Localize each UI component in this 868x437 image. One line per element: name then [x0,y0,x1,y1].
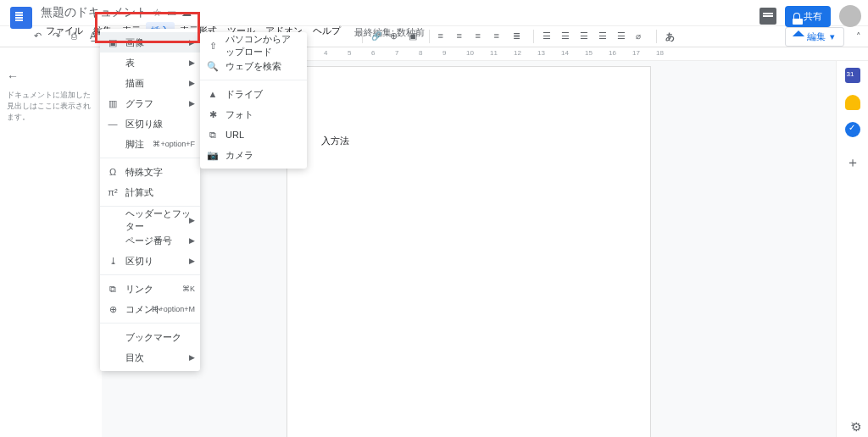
insert-menu-dropdown: ▣ 画像 ▶ 表 ▶ 描画 ▶ ▥ グラフ ▶ — 区切り線 脚注 ⌘+opti… [100,29,200,371]
submenu-arrow-icon: ▶ [189,58,195,67]
document-title[interactable]: 無題のドキュメント [41,5,147,20]
explore-button[interactable] [851,420,863,432]
submenu-arrow-icon: ▶ [189,353,195,362]
tasks-addon-icon[interactable] [845,122,860,137]
menu-help[interactable]: ヘルプ [308,22,346,40]
insert-menu-link[interactable]: ⧉ リンク ⌘K [100,279,200,299]
ruler-tick: 12 [514,49,521,57]
ruler-tick: 4 [324,49,327,57]
pagenum-icon [107,235,119,246]
image-camera[interactable]: 📷 カメラ [200,145,307,165]
numbered-list-icon[interactable] [580,30,592,42]
document-page[interactable]: 入方法 [287,66,651,437]
bookmark-icon [107,331,119,343]
insert-menu-table-label: 表 [125,57,192,69]
editing-mode-select[interactable]: 編集 ▾ [785,27,844,47]
insert-menu-special[interactable]: Ω 特殊文字 [100,162,200,182]
insert-comment-icon[interactable] [390,30,402,42]
page-text: 入方法 [321,135,616,147]
separator [362,30,363,43]
checklist-icon[interactable] [542,30,554,42]
docs-app-icon[interactable] [10,7,32,29]
horizontal-ruler[interactable]: 1 2 3 4 5 6 7 8 9 10 11 12 13 14 15 16 1… [220,47,868,61]
submenu-arrow-icon: ▶ [189,99,195,108]
outline-back-icon[interactable]: ← [7,69,95,83]
outline-panel: ← ドキュメントに追加した見出しはここに表示されます。 [0,61,102,437]
drawing-icon [107,77,119,89]
insert-menu-equation[interactable]: π² 計算式 [100,182,200,202]
title-bar: 無題のドキュメント ☆ ▭ ☁ ファイル 編集 表示 挿入 表示形式 ツール ア… [0,0,868,25]
pencil-icon [793,30,804,42]
image-drive-label: ドライブ [225,88,298,101]
input-tools-icon[interactable]: あ [665,30,675,43]
ruler-tick: 7 [395,49,398,57]
image-submenu: ⇧ パソコンからアップロード 🔍 ウェブを検索 ▲ ドライブ ✱ フォト ⧉ U… [200,32,307,169]
star-icon[interactable]: ☆ [153,7,162,19]
insert-menu-drawing-label: 描画 [125,77,192,90]
toolbar-chevron-up-icon[interactable]: ˄ [856,31,861,42]
move-folder-icon[interactable]: ▭ [167,7,176,19]
comment-icon: ⊕ [107,303,119,315]
undo-icon[interactable] [34,30,46,42]
insert-menu-drawing[interactable]: 描画 ▶ [100,73,200,93]
ruler-tick: 8 [419,49,422,57]
image-search-web[interactable]: 🔍 ウェブを検索 [200,56,307,76]
image-upload[interactable]: ⇧ パソコンからアップロード [200,36,307,56]
share-button[interactable]: 共有 [785,6,831,27]
photos-icon: ✱ [207,108,219,120]
align-center-icon[interactable] [457,30,469,42]
insert-menu-pagenum[interactable]: ページ番号 ▶ [100,230,200,251]
image-photos[interactable]: ✱ フォト [200,104,307,124]
calendar-addon-icon[interactable] [845,68,860,83]
insert-menu-hr-label: 区切り線 [125,118,192,130]
insert-menu-bookmark[interactable]: ブックマーク [100,327,200,347]
image-camera-label: カメラ [225,149,298,162]
submenu-arrow-icon: ▶ [189,38,195,47]
footnote-shortcut: ⌘+option+F [153,140,195,148]
print-icon[interactable] [71,30,83,42]
image-url[interactable]: ⧉ URL [200,124,307,145]
insert-menu-bookmark-label: ブックマーク [125,331,192,344]
toc-icon [107,351,119,363]
insert-menu-headerfooter[interactable]: ヘッダーとフッター ▶ [100,210,200,230]
insert-menu-comment[interactable]: ⊕ コメント ⌘+option+M [100,299,200,319]
insert-link-icon[interactable] [371,30,383,42]
ruler-tick: 18 [656,49,664,57]
side-panel: ＋ › [836,61,868,437]
clear-format-icon[interactable] [636,30,648,42]
insert-menu-equation-label: 計算式 [125,186,192,199]
addons-plus-icon[interactable]: ＋ [846,154,860,172]
headerfooter-icon [107,214,119,226]
insert-menu-hr[interactable]: — 区切り線 [100,113,200,134]
insert-menu-break[interactable]: ⤓ 区切り ▶ [100,251,200,271]
insert-menu-footnote[interactable]: 脚注 ⌘+option+F [100,134,200,154]
align-icon[interactable] [438,30,450,42]
insert-image-icon[interactable] [409,30,420,42]
insert-menu-table[interactable]: 表 ▶ [100,53,200,73]
insert-menu-image[interactable]: ▣ 画像 ▶ [100,32,200,53]
insert-menu-headerfooter-label: ヘッダーとフッター [125,207,192,233]
bulleted-list-icon[interactable] [561,30,573,42]
insert-menu-toc[interactable]: 目次 ▶ [100,347,200,368]
insert-menu-chart[interactable]: ▥ グラフ ▶ [100,93,200,113]
submenu-arrow-icon: ▶ [189,257,195,265]
indent-increase-icon[interactable] [617,30,629,42]
align-right-icon[interactable] [476,30,487,42]
ruler-tick: 10 [466,49,474,57]
lock-icon [793,13,800,19]
image-photos-label: フォト [225,108,298,121]
align-justify-icon[interactable] [494,30,506,42]
keep-addon-icon[interactable] [845,95,860,110]
ruler-tick: 15 [585,49,593,57]
share-label: 共有 [804,10,822,23]
comment-history-icon[interactable] [760,8,776,25]
image-drive[interactable]: ▲ ドライブ [200,84,307,104]
redo-icon[interactable] [53,30,64,42]
url-icon: ⧉ [207,129,219,141]
line-spacing-icon[interactable] [513,30,525,42]
indent-decrease-icon[interactable] [598,30,610,42]
chevron-down-icon: ▾ [830,31,835,42]
equation-icon: π² [107,186,119,198]
link-shortcut: ⌘K [182,285,195,293]
account-avatar[interactable] [839,5,861,27]
